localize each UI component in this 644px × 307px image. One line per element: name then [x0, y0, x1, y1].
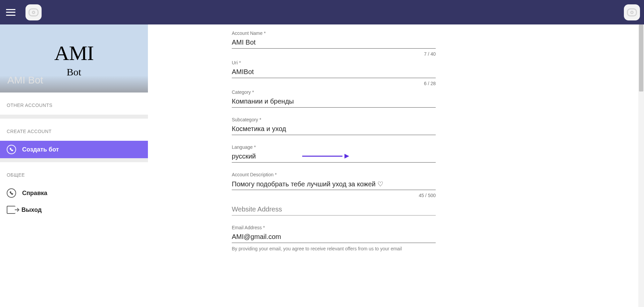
input-website[interactable]: [232, 204, 436, 216]
field-account-name: Account Name * 7 / 40: [232, 30, 436, 57]
sidebar-item-label: Создать бот: [22, 146, 59, 153]
field-language: Language *: [232, 144, 436, 163]
select-language[interactable]: [232, 151, 436, 163]
scrollbar-thumb[interactable]: [639, 24, 643, 91]
hero-subtitle: Bot: [67, 66, 81, 78]
viber-logo-icon: [29, 8, 39, 16]
topbar-left: [6, 4, 42, 20]
menu-icon[interactable]: [6, 9, 15, 16]
sidebar-item-help[interactable]: Справка: [0, 184, 148, 202]
label-category: Category *: [232, 89, 436, 95]
label-language: Language *: [232, 144, 436, 150]
logout-icon: [7, 206, 15, 214]
select-category[interactable]: [232, 96, 436, 108]
section-other-accounts: OTHER ACCOUNTS: [0, 93, 148, 115]
sidebar: AMI Bot AMI Bot OTHER ACCOUNTS CREATE AC…: [0, 24, 148, 307]
divider: [0, 158, 148, 162]
field-subcategory: Subcategory *: [232, 117, 436, 135]
helper-email: By providing your email, you agree to re…: [232, 246, 436, 252]
label-email: Email Address *: [232, 225, 436, 230]
counter-uri: 6 / 28: [232, 81, 436, 86]
input-account-name[interactable]: [232, 37, 436, 49]
viber-logo-icon: [627, 8, 637, 16]
scrollbar[interactable]: [638, 24, 644, 307]
field-email: Email Address * By providing your email,…: [232, 225, 436, 252]
topbar: [0, 0, 644, 24]
label-uri: Uri *: [232, 60, 436, 65]
section-create-account: CREATE ACCOUNT: [0, 119, 148, 141]
account-hero[interactable]: AMI Bot AMI Bot: [0, 24, 148, 93]
sidebar-item-label: Справка: [22, 190, 47, 197]
input-uri[interactable]: [232, 67, 436, 78]
input-description[interactable]: [232, 179, 436, 190]
label-description: Account Description *: [232, 172, 436, 177]
main-content: Account Name * 7 / 40 Uri * 6 / 28 Categ…: [148, 24, 644, 307]
label-subcategory: Subcategory *: [232, 117, 436, 122]
field-uri: Uri * 6 / 28: [232, 60, 436, 86]
input-email[interactable]: [232, 232, 436, 243]
select-subcategory[interactable]: [232, 124, 436, 135]
help-icon: [7, 188, 16, 198]
app-logo-right[interactable]: [624, 4, 640, 20]
divider: [0, 115, 148, 119]
field-category: Category *: [232, 89, 436, 108]
viber-icon: [7, 145, 16, 154]
counter-account-name: 7 / 40: [232, 51, 436, 57]
counter-description: 45 / 500: [232, 193, 436, 198]
section-general: ОБЩЕЕ: [0, 162, 148, 184]
field-description: Account Description * 45 / 500: [232, 172, 436, 198]
sidebar-item-logout[interactable]: Выход: [0, 202, 148, 218]
hero-overlay-label: AMI Bot: [7, 74, 43, 86]
label-account-name: Account Name *: [232, 30, 436, 36]
app-logo-left[interactable]: [25, 4, 42, 20]
field-website: [232, 204, 436, 216]
hero-title: AMI: [54, 41, 94, 65]
sidebar-item-create-bot[interactable]: Создать бот: [0, 141, 148, 158]
sidebar-item-label: Выход: [21, 206, 42, 213]
